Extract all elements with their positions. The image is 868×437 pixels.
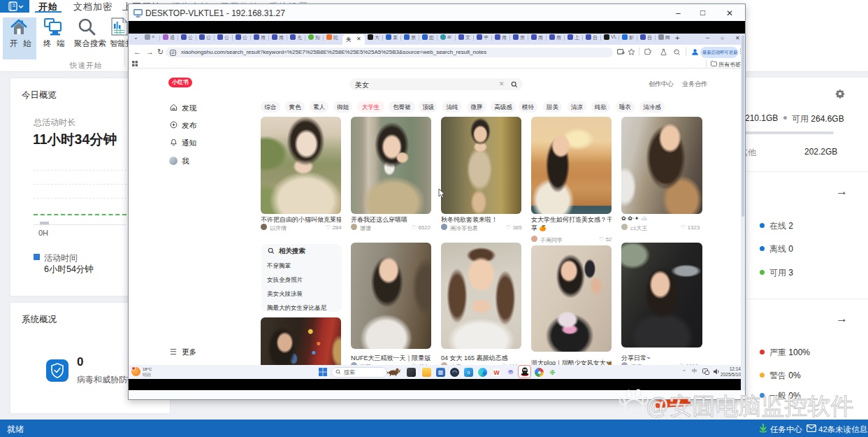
svg-text:du: du bbox=[628, 406, 637, 416]
